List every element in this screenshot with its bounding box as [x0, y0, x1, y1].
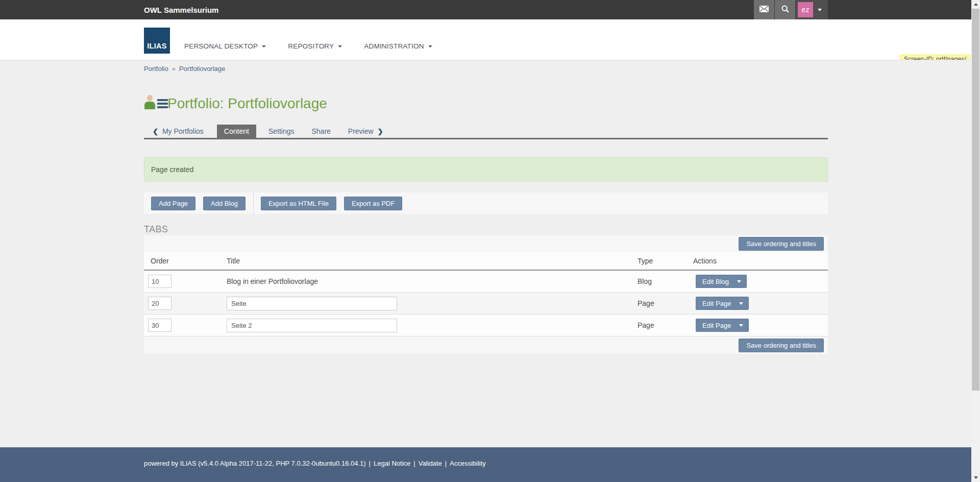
- chevron-down-icon[interactable]: [737, 280, 741, 283]
- tab-bar: ❮ My Portfolios Content Settings Share P…: [144, 125, 828, 139]
- chevron-down-icon[interactable]: [739, 302, 743, 305]
- topbar: OWL Sammelsurium ez: [0, 0, 971, 19]
- save-ordering-button-bottom[interactable]: Save ordering and titles: [739, 339, 824, 352]
- export-pdf-button[interactable]: Export as PDF: [344, 197, 403, 210]
- search-icon: [781, 5, 790, 15]
- table-bottom-band: Save ordering and titles: [144, 336, 828, 354]
- chevron-left-icon: ❮: [153, 128, 158, 135]
- edit-page-button[interactable]: Edit Page: [696, 297, 749, 310]
- main-nav: PERSONAL DESKTOP REPOSITORY ADMINISTRATI…: [184, 42, 454, 50]
- table-row: Page Edit Page: [144, 314, 828, 336]
- order-input[interactable]: [148, 319, 172, 332]
- table-row: Blog in einer Portfoliovorlage Blog Edit…: [144, 271, 828, 292]
- chevron-down-icon[interactable]: [739, 324, 743, 327]
- page-title: Portfolio: Portfoliovorlage: [167, 95, 327, 112]
- breadcrumb: Portfolio»Portfoliovorlage: [144, 60, 828, 73]
- installation-title: OWL Sammelsurium: [144, 6, 218, 14]
- footer: powered by ILIAS (v5.4.0 Alpha 2017-11-2…: [0, 447, 971, 482]
- ilias-logo[interactable]: ILIAS: [144, 28, 170, 54]
- scroll-up-arrow[interactable]: [971, 0, 980, 9]
- tab-content[interactable]: Content: [217, 125, 256, 138]
- main-header: ILIAS PERSONAL DESKTOP REPOSITORY ADMINI…: [0, 19, 971, 60]
- chevron-down-icon: [428, 45, 432, 47]
- footer-link-validate[interactable]: Validate: [419, 460, 442, 467]
- export-html-button[interactable]: Export as HTML File: [261, 197, 336, 210]
- user-menu[interactable]: ez: [796, 0, 828, 19]
- tab-preview[interactable]: Preview ❯: [343, 125, 388, 138]
- vertical-scrollbar[interactable]: [971, 0, 980, 482]
- col-header-type: Type: [638, 257, 693, 265]
- title-input[interactable]: [227, 319, 397, 332]
- footer-link-accessibility[interactable]: Accessibility: [450, 460, 486, 467]
- search-button[interactable]: [775, 0, 795, 19]
- nav-item-administration[interactable]: ADMINISTRATION: [364, 42, 432, 50]
- footer-powered-by: powered by ILIAS (v5.4.0 Alpha 2017-11-2…: [144, 460, 366, 467]
- row-type: Page: [638, 299, 693, 307]
- success-message: Page created: [144, 157, 828, 182]
- scrollbar-thumb[interactable]: [972, 9, 979, 391]
- breadcrumb-link-portfoliovorlage[interactable]: Portfoliovorlage: [179, 65, 225, 73]
- tabs-section-heading: TABS: [144, 224, 828, 235]
- table-top-band: Save ordering and titles: [144, 235, 828, 252]
- nav-item-personal-desktop[interactable]: PERSONAL DESKTOP: [184, 42, 266, 50]
- edit-blog-button[interactable]: Edit Blog: [696, 275, 747, 288]
- row-type: Blog: [638, 277, 693, 285]
- order-input[interactable]: [148, 275, 172, 288]
- add-blog-button[interactable]: Add Blog: [203, 197, 246, 210]
- avatar: ez: [798, 2, 813, 17]
- chevron-right-icon: ❯: [378, 128, 383, 135]
- table-header-row: Order Title Type Actions: [144, 252, 828, 271]
- title-input[interactable]: [227, 297, 397, 310]
- row-title-text: Blog in einer Portfoliovorlage: [227, 277, 638, 285]
- mail-button[interactable]: [754, 0, 774, 19]
- row-type: Page: [638, 321, 693, 329]
- topbar-actions: ez: [753, 0, 828, 19]
- scroll-down-arrow[interactable]: [971, 473, 980, 482]
- tab-share[interactable]: Share: [306, 125, 335, 138]
- tab-settings[interactable]: Settings: [263, 125, 300, 138]
- mail-icon: [760, 6, 769, 14]
- toolbar-divider: [253, 192, 254, 214]
- footer-link-legal-notice[interactable]: Legal Notice: [374, 460, 410, 467]
- main-content-area: Portfolio»Portfoliovorlage Portfolio: Po…: [0, 60, 971, 447]
- ilias-portfolio-screen: OWL Sammelsurium ez: [0, 0, 980, 482]
- chevron-down-icon: [818, 9, 822, 11]
- chevron-down-icon: [338, 45, 342, 47]
- breadcrumb-separator: »: [172, 65, 176, 73]
- order-input[interactable]: [148, 297, 172, 310]
- table-row: Page Edit Page: [144, 292, 828, 314]
- chevron-down-icon: [262, 45, 266, 47]
- col-header-title: Title: [227, 257, 638, 265]
- nav-item-repository[interactable]: REPOSITORY: [288, 42, 342, 50]
- tab-my-portfolios[interactable]: ❮ My Portfolios: [148, 125, 209, 138]
- portfolio-icon: [144, 95, 167, 112]
- breadcrumb-link-portfolio[interactable]: Portfolio: [144, 65, 168, 73]
- col-header-actions: Actions: [693, 257, 828, 265]
- edit-page-button[interactable]: Edit Page: [696, 319, 749, 332]
- page-title-row: Portfolio: Portfoliovorlage: [144, 94, 828, 113]
- save-ordering-button-top[interactable]: Save ordering and titles: [739, 237, 824, 251]
- add-page-button[interactable]: Add Page: [151, 197, 195, 210]
- toolbar: Add Page Add Blog Export as HTML File Ex…: [144, 192, 828, 214]
- col-header-order: Order: [144, 257, 227, 265]
